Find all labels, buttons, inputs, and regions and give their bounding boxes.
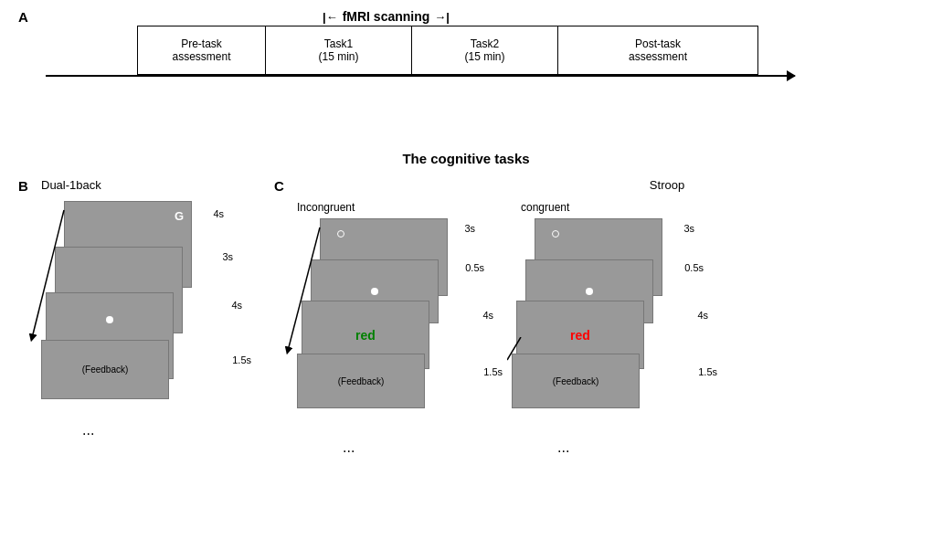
con-dot-1 (552, 230, 559, 238)
arrow-right: →| (434, 10, 450, 24)
pre-task-box: Pre-task assessment (138, 26, 266, 74)
pre-task-line1: Pre-task (181, 37, 222, 50)
b-feedback-label: (Feedback) (82, 365, 129, 375)
fmri-arrow-label: |← fMRI scanning →| (46, 9, 594, 24)
sections-bc: B Dual-1back G 4s 3s G (18, 178, 923, 456)
svg-line-1 (288, 227, 320, 351)
dual-1back-title: Dual-1back (41, 178, 265, 192)
b-time-3s: 3s (222, 251, 233, 262)
arrow-left: |← (323, 10, 338, 24)
task2-line1: Task2 (471, 37, 499, 50)
con-time-4s: 4s (697, 310, 708, 321)
b-card-feedback: (Feedback) (41, 340, 169, 399)
inc-time-0-5s: 0.5s (465, 262, 484, 273)
post-task-box: Post-task assessment (558, 26, 757, 74)
b-diagonal-arrow (27, 206, 73, 347)
task2-box: Task2 (15 min) (412, 26, 558, 74)
incongruent-label: Incongruent (297, 201, 493, 214)
label-c: C (274, 178, 284, 194)
inc-dot-white-2 (371, 288, 378, 295)
figure: A |← fMRI scanning →| Pre-task assessmen… (0, 0, 932, 560)
b-ellipsis: ... (82, 422, 265, 438)
task1-line1: Task1 (324, 37, 353, 50)
task2-line2: (15 min) (464, 50, 504, 63)
inc-feedback-label: (Feedback) (338, 376, 385, 386)
incongruent-stack: 3s 0.5s red 4s (Feedback) (297, 218, 493, 438)
section-b: B Dual-1back G 4s 3s G (18, 178, 265, 456)
inc-time-4s: 4s (482, 310, 493, 321)
con-dot-white-2 (586, 288, 593, 295)
b-time-4s-1: 4s (213, 208, 224, 219)
pre-task-line2: assessment (172, 50, 230, 63)
congruent-column: congruent 3s 0.5s (512, 201, 722, 456)
b-card-stack: G 4s 3s G 4s (41, 201, 242, 420)
con-diagonal-mark (507, 337, 525, 365)
post-task-line2: assessment (629, 50, 687, 63)
stroop-columns: Incongruent 3s 0.5s (297, 201, 923, 456)
svg-line-2 (507, 337, 521, 360)
con-ellipsis: ... (557, 439, 722, 456)
con-card-feedback: (Feedback) (512, 354, 640, 408)
task1-box: Task1 (15 min) (266, 26, 412, 74)
con-time-1-5s: 1.5s (698, 366, 717, 377)
task1-line2: (15 min) (318, 50, 358, 63)
inc-ellipsis: ... (343, 439, 493, 456)
con-time-0-5s: 0.5s (684, 262, 704, 273)
b-time-4s-2: 4s (231, 300, 242, 311)
svg-line-0 (32, 210, 64, 338)
cognitive-tasks-title: The cognitive tasks (0, 151, 932, 166)
section-a: A |← fMRI scanning →| Pre-task assessmen… (18, 9, 914, 77)
section-c: C Stroop Incongruent 3s (274, 178, 923, 456)
b-letter-g1: G (175, 209, 184, 223)
inc-diagonal-arrow (283, 223, 329, 365)
con-feedback-label: (Feedback) (553, 376, 599, 386)
incongruent-column: Incongruent 3s 0.5s (297, 201, 493, 456)
label-a: A (18, 9, 28, 25)
inc-time-3s: 3s (464, 223, 475, 234)
timeline-arrow (46, 75, 795, 77)
b-dot-white-3 (106, 316, 113, 323)
stroop-title: Stroop (411, 178, 923, 192)
congruent-stack: 3s 0.5s red 4s (Feedback) (512, 218, 722, 438)
inc-stroop-word: red (355, 328, 376, 343)
post-task-line1: Post-task (635, 37, 681, 50)
fmri-timeline: |← fMRI scanning →| Pre-task assessment … (46, 9, 914, 77)
con-time-3s: 3s (683, 223, 694, 234)
fmri-scanning-label: fMRI scanning (343, 9, 430, 24)
b-time-1-5s: 1.5s (232, 354, 251, 365)
con-stroop-word: red (570, 328, 590, 343)
congruent-label: congruent (521, 201, 722, 214)
task-boxes-row: Pre-task assessment Task1 (15 min) Task2… (137, 26, 758, 75)
label-b: B (18, 178, 28, 194)
inc-dot-1 (337, 230, 344, 238)
inc-time-1-5s: 1.5s (483, 366, 503, 377)
